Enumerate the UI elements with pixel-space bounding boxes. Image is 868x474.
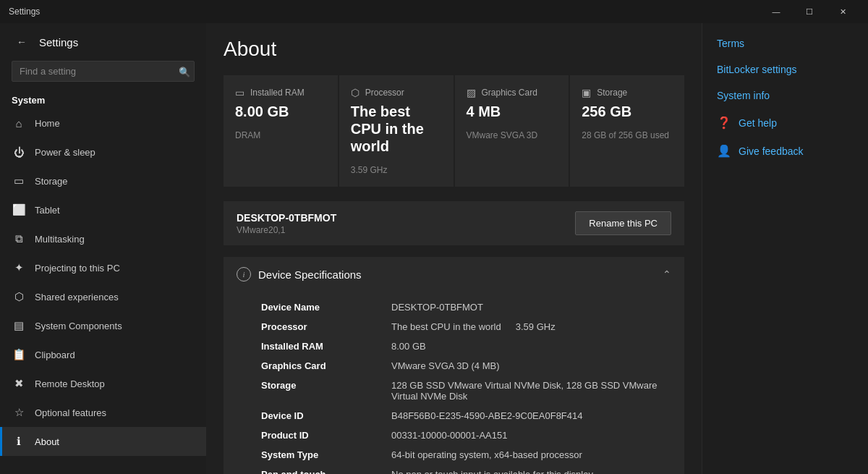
remote-icon: ✖	[12, 376, 26, 391]
table-row: Device Name DESKTOP-0TBFMOT	[261, 297, 671, 317]
projecting-icon: ✦	[12, 261, 26, 275]
spec-label: System Type	[261, 449, 391, 460]
spec-label: Installed RAM	[261, 341, 391, 352]
table-row: System Type 64-bit operating system, x64…	[261, 445, 671, 465]
storage-sub: 28 GB of 256 GB used	[582, 130, 673, 140]
spec-label: Product ID	[261, 430, 391, 441]
right-link-get-help[interactable]: ❓ Get help	[702, 109, 868, 137]
rename-button[interactable]: Rename this PC	[575, 211, 671, 235]
sidebar-app-title: Settings	[39, 36, 78, 48]
graphics-card-label: Graphics Card	[482, 88, 537, 98]
search-box[interactable]: 🔍	[12, 61, 195, 82]
pc-name-row: DESKTOP-0TBFMOT VMware20,1 Rename this P…	[224, 201, 684, 245]
spec-card-ram: ▭ Installed RAM 8.00 GB DRAM	[224, 75, 338, 187]
device-specs-header[interactable]: i Device Specifications ⌃	[224, 257, 684, 292]
table-row: Device ID B48F56B0-E235-4590-ABE2-9C0EA0…	[261, 406, 671, 426]
search-input[interactable]	[12, 61, 195, 82]
graphics-value: 4 MB	[467, 103, 558, 120]
table-row: Product ID 00331-10000-00001-AA151	[261, 426, 671, 445]
bitlocker-label: BitLocker settings	[717, 64, 797, 75]
table-row: Graphics Card VMware SVGA 3D (4 MB)	[261, 356, 671, 376]
chevron-up-icon: ⌃	[663, 268, 671, 280]
terms-label: Terms	[717, 38, 744, 49]
shared-icon: ⬡	[12, 289, 26, 304]
titlebar-controls: — ☐ ✕	[760, 0, 859, 23]
sidebar-item-label-storage: Storage	[35, 176, 68, 187]
sidebar-header: ← Settings	[0, 23, 206, 58]
sidebar-item-about[interactable]: ℹ About	[0, 427, 206, 456]
sidebar-item-multitasking[interactable]: ⧉ Multitasking	[0, 224, 206, 253]
multitasking-icon: ⧉	[12, 232, 26, 246]
right-link-system-info[interactable]: System info	[702, 82, 868, 109]
ram-card-label: Installed RAM	[250, 88, 305, 98]
right-link-bitlocker[interactable]: BitLocker settings	[702, 56, 868, 82]
graphics-sub: VMware SVGA 3D	[467, 130, 558, 140]
power-icon: ⏻	[12, 145, 26, 159]
sidebar-item-label-home: Home	[35, 118, 60, 129]
right-link-give-feedback[interactable]: 👤 Give feedback	[702, 137, 868, 165]
sidebar-item-label-system-components: System Components	[35, 321, 122, 331]
storage-icon: ▭	[12, 174, 26, 188]
about-icon: ℹ	[12, 434, 26, 449]
table-row: Storage 128 GB SSD VMware Virtual NVMe D…	[261, 376, 671, 406]
spec-data: 00331-10000-00001-AA151	[391, 430, 671, 441]
page-title: About	[224, 38, 684, 61]
device-specs-section: i Device Specifications ⌃ Device Name DE…	[224, 257, 684, 474]
ram-sub: DRAM	[235, 130, 326, 140]
titlebar-title: Settings	[9, 7, 40, 17]
specs-table: Device Name DESKTOP-0TBFMOT Processor Th…	[224, 292, 684, 474]
table-row: Pen and touch No pen or touch input is a…	[261, 465, 671, 474]
processor-card-label: Processor	[365, 88, 404, 98]
sidebar-item-label-clipboard: Clipboard	[35, 350, 75, 360]
sidebar-item-power[interactable]: ⏻ Power & sleep	[0, 137, 206, 166]
sidebar-item-system-components[interactable]: ▤ System Components	[0, 311, 206, 340]
get-help-icon: ❓	[717, 116, 731, 130]
app-body: ← Settings 🔍 System ⌂ Home ⏻ Power & sle…	[0, 23, 868, 474]
sidebar-item-remote[interactable]: ✖ Remote Desktop	[0, 369, 206, 398]
spec-data: DESKTOP-0TBFMOT	[391, 302, 671, 313]
sidebar-item-storage[interactable]: ▭ Storage	[0, 166, 206, 195]
spec-label: Processor	[261, 321, 391, 332]
sidebar-item-label-power: Power & sleep	[35, 147, 95, 158]
sidebar-item-optional[interactable]: ☆ Optional features	[0, 398, 206, 427]
back-button[interactable]: ←	[12, 32, 32, 52]
ram-value: 8.00 GB	[235, 103, 326, 120]
get-help-label: Get help	[739, 117, 777, 129]
graphics-card-icon: ▨	[467, 87, 476, 98]
processor-card-icon: ⬡	[351, 87, 359, 98]
optional-icon: ☆	[12, 405, 26, 420]
sidebar-item-label-remote: Remote Desktop	[35, 378, 105, 389]
sidebar-item-clipboard[interactable]: 📋 Clipboard	[0, 340, 206, 369]
sidebar-item-label-shared: Shared experiences	[35, 292, 119, 302]
sidebar-item-home[interactable]: ⌂ Home	[0, 109, 206, 137]
table-row: Installed RAM 8.00 GB	[261, 337, 671, 356]
maximize-button[interactable]: ☐	[793, 0, 826, 23]
spec-card-processor: ⬡ Processor The best CPU in the world 3.…	[339, 75, 454, 187]
spec-label: Device ID	[261, 410, 391, 421]
spec-data: VMware SVGA 3D (4 MB)	[391, 360, 671, 371]
sidebar-item-label-tablet: Tablet	[35, 205, 60, 216]
search-icon: 🔍	[179, 66, 190, 77]
processor-sub: 3.59 GHz	[351, 165, 442, 175]
storage-value: 256 GB	[582, 103, 673, 120]
spec-card-storage: ▣ Storage 256 GB 28 GB of 256 GB used	[570, 75, 684, 187]
sidebar: ← Settings 🔍 System ⌂ Home ⏻ Power & sle…	[0, 23, 206, 474]
spec-data: No pen or touch input is available for t…	[391, 469, 671, 474]
info-icon: i	[237, 267, 251, 282]
spec-data: 64-bit operating system, x64-based proce…	[391, 449, 671, 460]
give-feedback-label: Give feedback	[739, 145, 804, 157]
sidebar-item-tablet[interactable]: ⬜ Tablet	[0, 195, 206, 224]
sidebar-item-projecting[interactable]: ✦ Projecting to this PC	[0, 253, 206, 282]
specs-row: ▭ Installed RAM 8.00 GB DRAM ⬡ Processor…	[224, 75, 684, 187]
tablet-icon: ⬜	[12, 203, 26, 217]
titlebar: Settings — ☐ ✕	[0, 0, 868, 23]
minimize-button[interactable]: —	[760, 0, 793, 23]
right-panel: Terms BitLocker settings System info ❓ G…	[702, 23, 868, 474]
give-feedback-icon: 👤	[717, 144, 731, 158]
spec-data: 128 GB SSD VMware Virtual NVMe Disk, 128…	[391, 380, 671, 402]
spec-data: The best CPU in the world 3.59 GHz	[391, 321, 671, 332]
close-button[interactable]: ✕	[826, 0, 859, 23]
sidebar-item-shared[interactable]: ⬡ Shared experiences	[0, 282, 206, 311]
spec-data: 8.00 GB	[391, 341, 671, 352]
right-link-terms[interactable]: Terms	[702, 30, 868, 56]
